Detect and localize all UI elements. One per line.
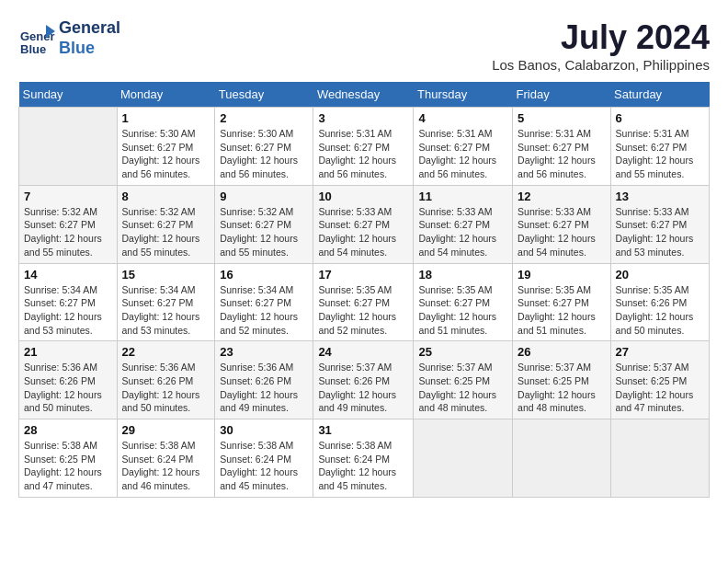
- week-row-2: 7Sunrise: 5:32 AM Sunset: 6:27 PM Daylig…: [19, 185, 710, 263]
- day-info: Sunrise: 5:33 AM Sunset: 6:27 PM Dayligh…: [518, 205, 606, 259]
- day-cell: 4Sunrise: 5:31 AM Sunset: 6:27 PM Daylig…: [414, 108, 513, 186]
- logo-icon: General Blue: [18, 20, 55, 57]
- day-number: 21: [24, 345, 112, 359]
- day-cell: 12Sunrise: 5:33 AM Sunset: 6:27 PM Dayli…: [513, 185, 611, 263]
- day-number: 29: [122, 423, 210, 437]
- day-cell: 27Sunrise: 5:37 AM Sunset: 6:25 PM Dayli…: [610, 341, 709, 419]
- day-cell: 6Sunrise: 5:31 AM Sunset: 6:27 PM Daylig…: [610, 108, 709, 186]
- day-number: 6: [616, 111, 704, 125]
- location: Los Banos, Calabarzon, Philippines: [492, 57, 710, 73]
- day-info: Sunrise: 5:38 AM Sunset: 6:24 PM Dayligh…: [122, 439, 210, 493]
- calendar-body: 1Sunrise: 5:30 AM Sunset: 6:27 PM Daylig…: [19, 108, 710, 498]
- day-number: 26: [518, 345, 606, 359]
- day-header-wednesday: Wednesday: [313, 82, 414, 108]
- month-year: July 2024: [492, 18, 710, 57]
- day-header-sunday: Sunday: [19, 82, 118, 108]
- day-info: Sunrise: 5:30 AM Sunset: 6:27 PM Dayligh…: [122, 127, 210, 181]
- day-info: Sunrise: 5:37 AM Sunset: 6:25 PM Dayligh…: [616, 361, 704, 415]
- day-number: 24: [318, 345, 408, 359]
- day-header-monday: Monday: [117, 82, 215, 108]
- day-info: Sunrise: 5:33 AM Sunset: 6:27 PM Dayligh…: [418, 205, 507, 259]
- day-cell: [513, 419, 611, 498]
- day-number: 15: [122, 268, 210, 282]
- day-header-saturday: Saturday: [610, 82, 709, 108]
- day-cell: 13Sunrise: 5:33 AM Sunset: 6:27 PM Dayli…: [610, 185, 709, 263]
- week-row-5: 28Sunrise: 5:38 AM Sunset: 6:25 PM Dayli…: [19, 419, 710, 498]
- day-info: Sunrise: 5:34 AM Sunset: 6:27 PM Dayligh…: [220, 283, 308, 338]
- day-cell: 26Sunrise: 5:37 AM Sunset: 6:25 PM Dayli…: [513, 341, 611, 419]
- day-cell: 30Sunrise: 5:38 AM Sunset: 6:24 PM Dayli…: [215, 419, 313, 498]
- day-cell: 16Sunrise: 5:34 AM Sunset: 6:27 PM Dayli…: [215, 263, 313, 341]
- day-number: 2: [220, 111, 308, 125]
- day-cell: 22Sunrise: 5:36 AM Sunset: 6:26 PM Dayli…: [117, 341, 215, 419]
- day-info: Sunrise: 5:32 AM Sunset: 6:27 PM Dayligh…: [122, 205, 210, 259]
- day-cell: 11Sunrise: 5:33 AM Sunset: 6:27 PM Dayli…: [414, 185, 513, 263]
- week-row-4: 21Sunrise: 5:36 AM Sunset: 6:26 PM Dayli…: [19, 341, 710, 419]
- day-info: Sunrise: 5:31 AM Sunset: 6:27 PM Dayligh…: [318, 127, 408, 181]
- day-info: Sunrise: 5:35 AM Sunset: 6:26 PM Dayligh…: [616, 283, 704, 338]
- day-number: 17: [318, 268, 408, 282]
- day-cell: 21Sunrise: 5:36 AM Sunset: 6:26 PM Dayli…: [19, 341, 118, 419]
- day-info: Sunrise: 5:35 AM Sunset: 6:27 PM Dayligh…: [318, 283, 408, 338]
- day-cell: 7Sunrise: 5:32 AM Sunset: 6:27 PM Daylig…: [19, 185, 118, 263]
- day-cell: 14Sunrise: 5:34 AM Sunset: 6:27 PM Dayli…: [19, 263, 118, 341]
- day-number: 5: [518, 111, 606, 125]
- day-info: Sunrise: 5:37 AM Sunset: 6:26 PM Dayligh…: [318, 361, 408, 415]
- day-number: 18: [418, 268, 507, 282]
- svg-text:Blue: Blue: [20, 42, 46, 56]
- day-header-friday: Friday: [513, 82, 611, 108]
- calendar-table: SundayMondayTuesdayWednesdayThursdayFrid…: [18, 82, 710, 498]
- day-info: Sunrise: 5:31 AM Sunset: 6:27 PM Dayligh…: [616, 127, 704, 181]
- logo-line2: Blue: [59, 39, 120, 59]
- week-row-1: 1Sunrise: 5:30 AM Sunset: 6:27 PM Daylig…: [19, 108, 710, 186]
- day-number: 11: [418, 190, 507, 203]
- day-info: Sunrise: 5:37 AM Sunset: 6:25 PM Dayligh…: [518, 361, 606, 415]
- week-row-3: 14Sunrise: 5:34 AM Sunset: 6:27 PM Dayli…: [19, 263, 710, 341]
- title-block: July 2024 Los Banos, Calabarzon, Philipp…: [492, 18, 710, 73]
- day-number: 14: [24, 268, 112, 282]
- day-info: Sunrise: 5:30 AM Sunset: 6:27 PM Dayligh…: [220, 127, 308, 181]
- logo-line1: General: [59, 18, 120, 39]
- day-info: Sunrise: 5:32 AM Sunset: 6:27 PM Dayligh…: [24, 205, 112, 259]
- day-number: 30: [220, 423, 308, 437]
- day-info: Sunrise: 5:32 AM Sunset: 6:27 PM Dayligh…: [220, 205, 308, 259]
- page-header: General Blue General Blue July 2024 Los …: [18, 18, 710, 73]
- logo: General Blue General Blue: [18, 18, 120, 58]
- day-info: Sunrise: 5:38 AM Sunset: 6:25 PM Dayligh…: [24, 439, 112, 493]
- day-cell: 15Sunrise: 5:34 AM Sunset: 6:27 PM Dayli…: [117, 263, 215, 341]
- day-cell: 29Sunrise: 5:38 AM Sunset: 6:24 PM Dayli…: [117, 419, 215, 498]
- day-number: 12: [518, 190, 606, 203]
- day-number: 19: [518, 268, 606, 282]
- day-cell: 17Sunrise: 5:35 AM Sunset: 6:27 PM Dayli…: [313, 263, 414, 341]
- day-cell: 20Sunrise: 5:35 AM Sunset: 6:26 PM Dayli…: [610, 263, 709, 341]
- day-number: 13: [616, 190, 704, 203]
- day-info: Sunrise: 5:35 AM Sunset: 6:27 PM Dayligh…: [418, 283, 507, 338]
- day-cell: 31Sunrise: 5:38 AM Sunset: 6:24 PM Dayli…: [313, 419, 414, 498]
- day-number: 16: [220, 268, 308, 282]
- day-cell: 10Sunrise: 5:33 AM Sunset: 6:27 PM Dayli…: [313, 185, 414, 263]
- day-info: Sunrise: 5:36 AM Sunset: 6:26 PM Dayligh…: [220, 361, 308, 415]
- day-info: Sunrise: 5:31 AM Sunset: 6:27 PM Dayligh…: [518, 127, 606, 181]
- day-header-tuesday: Tuesday: [215, 82, 313, 108]
- day-number: 4: [418, 111, 507, 125]
- day-info: Sunrise: 5:35 AM Sunset: 6:27 PM Dayligh…: [518, 283, 606, 338]
- day-number: 3: [318, 111, 408, 125]
- day-number: 31: [318, 423, 408, 437]
- day-number: 9: [220, 190, 308, 203]
- day-cell: 9Sunrise: 5:32 AM Sunset: 6:27 PM Daylig…: [215, 185, 313, 263]
- day-cell: 23Sunrise: 5:36 AM Sunset: 6:26 PM Dayli…: [215, 341, 313, 419]
- day-cell: 19Sunrise: 5:35 AM Sunset: 6:27 PM Dayli…: [513, 263, 611, 341]
- day-cell: 2Sunrise: 5:30 AM Sunset: 6:27 PM Daylig…: [215, 108, 313, 186]
- day-cell: 3Sunrise: 5:31 AM Sunset: 6:27 PM Daylig…: [313, 108, 414, 186]
- day-cell: 18Sunrise: 5:35 AM Sunset: 6:27 PM Dayli…: [414, 263, 513, 341]
- day-info: Sunrise: 5:34 AM Sunset: 6:27 PM Dayligh…: [122, 283, 210, 338]
- day-number: 22: [122, 345, 210, 359]
- day-number: 23: [220, 345, 308, 359]
- day-cell: 25Sunrise: 5:37 AM Sunset: 6:25 PM Dayli…: [414, 341, 513, 419]
- day-info: Sunrise: 5:36 AM Sunset: 6:26 PM Dayligh…: [24, 361, 112, 415]
- day-cell: [19, 108, 118, 186]
- day-info: Sunrise: 5:34 AM Sunset: 6:27 PM Dayligh…: [24, 283, 112, 338]
- day-number: 10: [318, 190, 408, 203]
- day-number: 8: [122, 190, 210, 203]
- calendar-header: SundayMondayTuesdayWednesdayThursdayFrid…: [19, 82, 710, 108]
